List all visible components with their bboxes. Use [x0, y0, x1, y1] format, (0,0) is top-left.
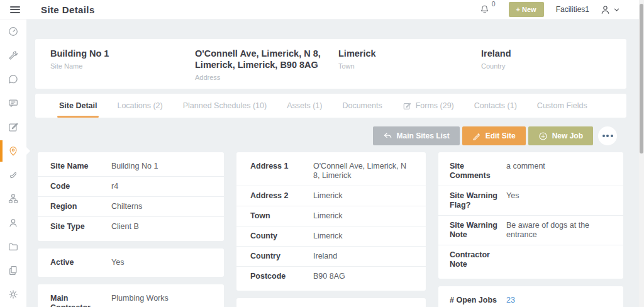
field-label: Address 1	[250, 162, 313, 171]
field-label: Address 2	[250, 191, 313, 201]
table-row: Postcode B90 8AG	[236, 266, 426, 286]
field-label: Town	[250, 211, 313, 221]
user-menu[interactable]	[600, 4, 620, 15]
tab-assets[interactable]: Assets (1)	[277, 94, 332, 118]
sidebar-item-services[interactable]	[0, 163, 26, 187]
field-value: r4	[111, 182, 211, 191]
table-row: # Open Jobs 23	[438, 291, 623, 307]
field-label: Postcode	[250, 272, 313, 281]
field-value: Be aware of dogs at the entrance	[506, 221, 611, 240]
summary-country: Ireland Country	[481, 48, 626, 81]
tab-forms[interactable]: Forms (29)	[392, 94, 464, 118]
table-row: County Limerick	[236, 226, 426, 246]
summary-value: Ireland	[481, 48, 625, 59]
table-row: Region Chilterns	[38, 196, 224, 216]
new-button[interactable]: + New	[509, 2, 544, 17]
page-title: Site Details	[41, 4, 95, 15]
comments-icon	[8, 98, 19, 109]
field-label: Site Comments	[450, 162, 506, 181]
main-contact-card: Main Contact Declan Murphy	[236, 298, 426, 307]
table-row: Address 1 O'Connell Ave, Limerick, N 8, …	[236, 157, 426, 186]
new-job-label: New Job	[552, 131, 583, 140]
active-card: Active Yes	[38, 248, 224, 277]
notifications-button[interactable]: 0	[479, 4, 490, 15]
form-edit-icon	[402, 101, 412, 111]
sidebar-item-dashboard[interactable]	[0, 20, 26, 43]
edit-site-button[interactable]: Edit Site	[462, 126, 526, 145]
sidebar-item-chat[interactable]	[0, 67, 26, 91]
field-label: Contractor Note	[450, 250, 506, 269]
sidebar-item-forms[interactable]	[0, 115, 26, 139]
field-value: Limerick	[313, 232, 413, 241]
summary-value: O'Connell Ave, Limerick, N 8, Limerick, …	[195, 48, 338, 70]
settings-gear-icon	[8, 289, 19, 300]
dashboard-gauge-icon	[8, 26, 19, 37]
field-label: Country	[250, 252, 313, 261]
action-buttons: Main Sites List Edit Site New Job	[35, 126, 626, 145]
tab-contacts[interactable]: Contacts (1)	[464, 94, 527, 118]
sidebar-item-sites[interactable]	[0, 139, 26, 163]
sidebar-item-files[interactable]	[0, 235, 26, 259]
field-label: # Open Jobs	[450, 296, 506, 305]
bell-icon	[479, 4, 490, 15]
left-sidebar: ?	[0, 20, 26, 307]
open-jobs-link[interactable]: 23	[506, 296, 611, 305]
main-sites-list-button[interactable]: Main Sites List	[373, 126, 460, 145]
field-value: Yes	[506, 191, 611, 201]
main-content: Building No 1 Site Name O'Connell Ave, L…	[26, 20, 635, 307]
field-value: Limerick	[313, 191, 413, 201]
field-value: Building No 1	[111, 162, 211, 171]
table-row: Site Name Building No 1	[38, 157, 224, 176]
field-value: Ireland	[313, 252, 413, 261]
summary-label: Town	[338, 62, 481, 70]
notification-count: 0	[492, 0, 496, 8]
tab-planned-schedules[interactable]: Planned Schedules (10)	[173, 94, 277, 118]
new-job-button[interactable]: New Job	[528, 126, 593, 145]
sitemap-icon	[8, 193, 19, 204]
more-actions-button[interactable]	[598, 126, 617, 145]
field-label: Active	[50, 258, 111, 267]
hamburger-menu-icon[interactable]	[10, 4, 20, 14]
chevron-down-icon	[613, 6, 620, 13]
wrench-icon	[8, 50, 19, 61]
documents-icon	[8, 265, 19, 276]
field-label: Region	[50, 202, 111, 211]
edit-site-label: Edit Site	[486, 131, 516, 140]
main-sites-list-label: Main Sites List	[397, 131, 450, 140]
table-row: Main Contact Declan Murphy	[236, 303, 426, 307]
field-label: Site Name	[50, 162, 111, 171]
tab-custom-fields[interactable]: Custom Fields	[527, 94, 597, 118]
table-row: Country Ireland	[236, 246, 426, 266]
sidebar-item-jobs[interactable]	[0, 43, 26, 67]
scrollbar-thumb[interactable]	[640, 4, 643, 154]
sidebar-item-contacts[interactable]	[0, 211, 26, 235]
field-value: Client B	[111, 222, 211, 232]
sidebar-item-settings[interactable]	[0, 282, 26, 306]
detail-columns: Site Name Building No 1 Code r4 Region C…	[38, 152, 626, 307]
tab-site-detail[interactable]: Site Detail	[49, 94, 107, 118]
account-name[interactable]: Facilities1	[556, 5, 589, 14]
table-row: Town Limerick	[236, 206, 426, 226]
field-label: Main Contractor	[50, 294, 111, 307]
tab-locations[interactable]: Locations (2)	[107, 94, 172, 118]
field-label: Site Type	[50, 222, 111, 232]
sidebar-item-locations-tree[interactable]	[0, 187, 26, 211]
compose-icon	[8, 121, 19, 133]
field-value: B90 8AG	[313, 272, 413, 281]
tab-documents[interactable]: Documents	[332, 94, 392, 118]
sidebar-item-comments[interactable]	[0, 91, 26, 115]
field-label: Site Warning Note	[450, 221, 506, 240]
field-value: O'Connell Ave, Limerick, N 8, Limerick	[313, 162, 413, 181]
summary-label: Site Name	[50, 62, 195, 70]
vertical-scrollbar[interactable]	[639, 0, 644, 307]
site-info-card: Site Name Building No 1 Code r4 Region C…	[38, 152, 224, 241]
summary-label: Country	[481, 62, 626, 70]
table-row: Site Comments a comment	[438, 157, 623, 186]
chat-bubble-icon	[8, 74, 19, 85]
column-site-info: Site Name Building No 1 Code r4 Region C…	[38, 152, 224, 307]
sidebar-item-documents[interactable]	[0, 259, 26, 282]
field-value: Chilterns	[111, 202, 211, 211]
column-address: Address 1 O'Connell Ave, Limerick, N 8, …	[236, 152, 426, 307]
pencil-icon	[472, 131, 481, 140]
location-pin-icon	[8, 145, 19, 157]
